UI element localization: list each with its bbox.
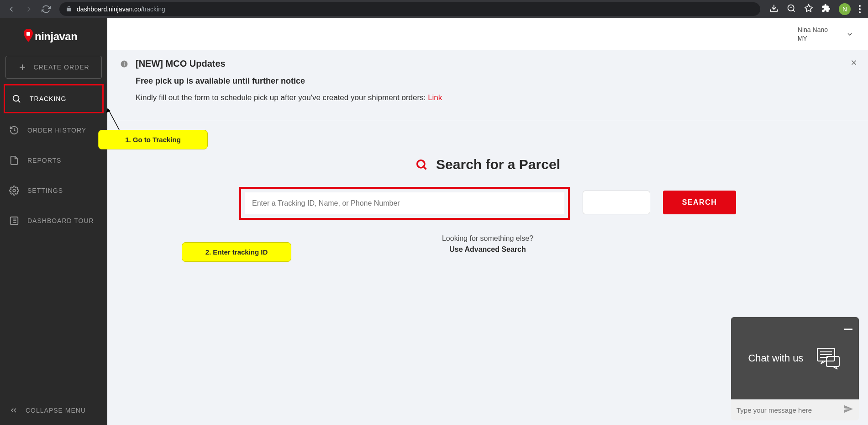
user-menu[interactable]: Nina Nano MY — [798, 26, 853, 42]
list-icon — [9, 216, 19, 226]
back-button[interactable] — [4, 1, 19, 17]
download-icon[interactable] — [769, 4, 779, 15]
svg-rect-26 — [844, 329, 852, 330]
chat-title: Chat with us — [748, 352, 803, 364]
chat-input[interactable] — [736, 406, 843, 414]
advanced-search-link[interactable]: Use Advanced Search — [449, 245, 526, 253]
browser-chrome: dashboard.ninjavan.co/tracking N — [0, 0, 868, 18]
chevrons-left-icon — [9, 406, 18, 415]
search-button[interactable]: SEARCH — [663, 191, 736, 214]
menu-icon[interactable] — [859, 5, 861, 13]
sidebar-item-reports[interactable]: REPORTS — [0, 145, 107, 175]
extensions-icon[interactable] — [821, 4, 831, 15]
svg-point-9 — [13, 189, 16, 192]
collapse-label: COLLAPSE MENU — [26, 407, 86, 414]
tracking-input[interactable] — [245, 192, 564, 214]
chat-icon — [815, 345, 842, 372]
banner-title: [NEW] MCO Updates — [136, 58, 442, 69]
banner-line1: Free pick up is available until further … — [136, 76, 442, 86]
star-icon[interactable] — [804, 4, 813, 15]
banner-link[interactable]: Link — [428, 93, 442, 102]
tracking-input-highlight — [239, 187, 570, 220]
brand-logo[interactable]: ninjavan — [0, 18, 107, 56]
sidebar-item-tracking[interactable]: TRACKING — [4, 84, 104, 113]
avatar-letter: N — [842, 5, 847, 13]
sidebar-item-label: TRACKING — [30, 95, 66, 102]
search-icon — [415, 158, 428, 171]
reload-button[interactable] — [38, 1, 54, 17]
url-path: /tracking — [141, 5, 165, 13]
svg-line-24 — [108, 108, 119, 130]
svg-line-1 — [793, 10, 795, 12]
collapse-menu-button[interactable]: COLLAPSE MENU — [0, 396, 107, 425]
annotation-1: 1. Go to Tracking — [98, 130, 208, 149]
sidebar-item-settings[interactable]: SETTINGS — [0, 175, 107, 206]
chat-input-row — [731, 399, 859, 420]
send-icon[interactable] — [843, 404, 853, 416]
banner-line2-pre: Kindly fill out the form to schedule pic… — [136, 93, 428, 102]
search-sub1: Looking for something else? — [442, 234, 533, 243]
user-region: MY — [798, 34, 828, 42]
sidebar-item-label: ORDER HISTORY — [27, 127, 86, 134]
create-order-button[interactable]: CREATE ORDER — [5, 56, 102, 79]
brand-name: ninjavan — [35, 30, 77, 43]
create-order-label: CREATE ORDER — [33, 64, 89, 71]
svg-line-23 — [424, 167, 426, 169]
sidebar: ninjavan CREATE ORDER TRACKING ORDER HIS… — [0, 18, 107, 425]
lock-icon — [66, 5, 72, 13]
gear-icon — [9, 186, 19, 196]
minimize-icon[interactable] — [844, 324, 852, 332]
sidebar-item-order-history[interactable]: ORDER HISTORY — [0, 115, 107, 145]
user-name: Nina Nano — [798, 26, 828, 34]
zoom-icon[interactable] — [787, 4, 796, 15]
annotation-2: 2. Enter tracking ID — [182, 242, 291, 262]
sidebar-item-label: SETTINGS — [27, 187, 63, 194]
main-content: Nina Nano MY [NEW] MCO Updates Free pick… — [107, 18, 868, 425]
chat-widget: Chat with us — [731, 317, 859, 420]
svg-point-7 — [13, 96, 19, 101]
search-icon — [11, 94, 21, 104]
top-bar: Nina Nano MY — [107, 18, 868, 50]
notice-banner: [NEW] MCO Updates Free pick up is availa… — [107, 50, 868, 120]
logo-pin-icon — [23, 28, 34, 45]
svg-rect-18 — [124, 64, 125, 66]
search-heading: Search for a Parcel — [415, 157, 560, 172]
sidebar-item-label: DASHBOARD TOUR — [27, 217, 94, 224]
profile-avatar[interactable]: N — [839, 3, 851, 15]
svg-marker-3 — [805, 5, 813, 12]
svg-point-22 — [417, 160, 425, 168]
sidebar-item-label: REPORTS — [27, 157, 61, 164]
forward-button[interactable] — [21, 1, 37, 17]
chevron-down-icon — [846, 31, 853, 38]
svg-rect-4 — [26, 32, 30, 36]
address-bar[interactable]: dashboard.ninjavan.co/tracking — [59, 2, 760, 16]
info-icon — [120, 60, 128, 110]
file-icon — [9, 155, 19, 165]
sidebar-item-dashboard-tour[interactable]: DASHBOARD TOUR — [0, 206, 107, 236]
search-title: Search for a Parcel — [436, 157, 560, 172]
chat-header[interactable]: Chat with us — [731, 317, 859, 399]
close-icon[interactable] — [850, 58, 858, 69]
history-icon — [9, 125, 19, 135]
svg-line-8 — [18, 101, 20, 102]
plus-icon — [18, 63, 27, 72]
secondary-input[interactable] — [583, 191, 650, 214]
svg-point-19 — [124, 62, 125, 63]
annotation-arrow — [104, 105, 122, 132]
url-host: dashboard.ninjavan.co — [77, 5, 141, 13]
